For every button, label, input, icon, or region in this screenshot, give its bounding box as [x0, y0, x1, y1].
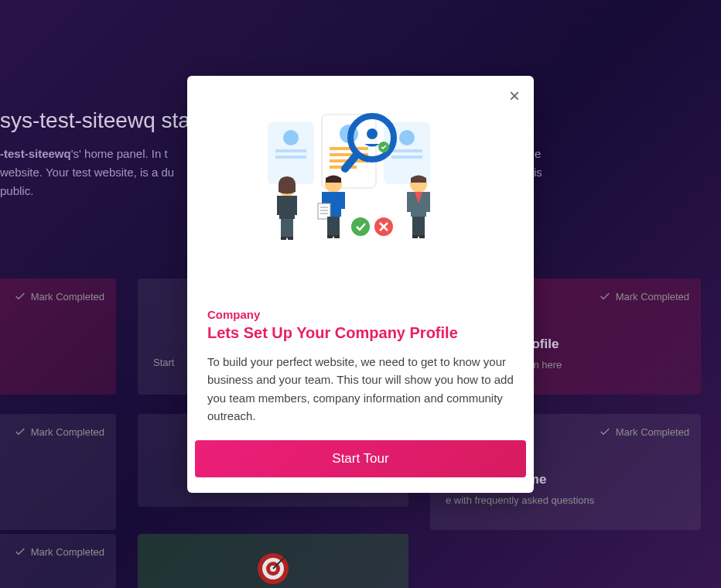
svg-rect-28	[391, 149, 422, 152]
svg-rect-60	[425, 192, 430, 212]
svg-point-32	[367, 128, 378, 139]
svg-rect-51	[334, 235, 340, 238]
modal-overlay: ×	[0, 0, 721, 588]
svg-rect-50	[327, 235, 333, 238]
svg-rect-22	[330, 147, 368, 150]
svg-rect-19	[275, 156, 306, 159]
onboarding-modal: ×	[187, 76, 534, 493]
svg-rect-62	[412, 235, 418, 238]
svg-rect-49	[327, 217, 340, 237]
modal-content: Company Lets Set Up Your Company Profile…	[187, 300, 534, 440]
svg-rect-40	[288, 237, 293, 240]
svg-rect-59	[407, 192, 412, 212]
svg-point-52	[351, 217, 370, 236]
svg-rect-61	[412, 217, 425, 237]
svg-rect-37	[292, 196, 297, 215]
svg-rect-38	[281, 219, 293, 238]
start-tour-button[interactable]: Start Tour	[195, 440, 526, 477]
svg-rect-36	[277, 196, 282, 215]
svg-point-27	[399, 130, 415, 145]
modal-label: Company	[207, 308, 514, 321]
svg-rect-44	[340, 192, 345, 209]
modal-illustration	[187, 76, 534, 300]
svg-rect-18	[275, 149, 306, 152]
close-button[interactable]: ×	[509, 87, 520, 105]
modal-title: Lets Set Up Your Company Profile	[207, 324, 514, 342]
svg-rect-29	[391, 156, 422, 159]
svg-rect-39	[281, 237, 286, 240]
svg-point-17	[283, 130, 299, 145]
svg-rect-63	[419, 235, 425, 238]
modal-description: To build your perfect website, we need t…	[207, 353, 514, 425]
